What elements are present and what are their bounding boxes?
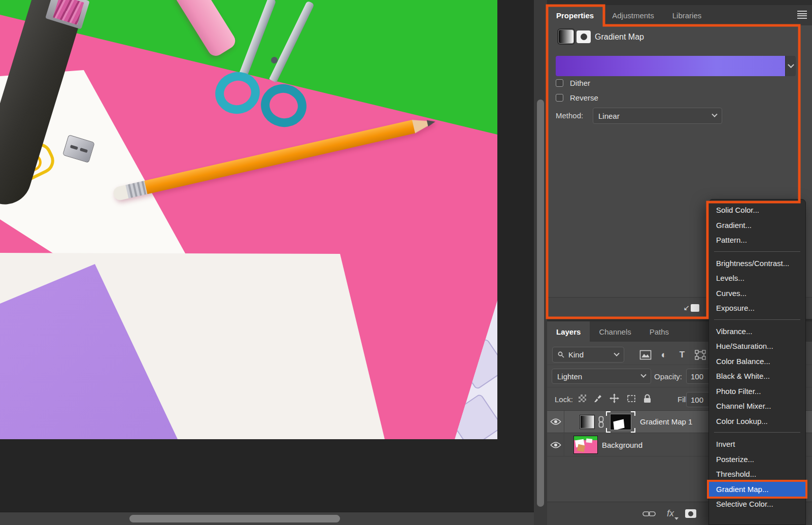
layer-mask-icon bbox=[577, 30, 591, 43]
menu-item-pattern[interactable]: Pattern... bbox=[709, 233, 805, 248]
menu-separator bbox=[714, 432, 800, 433]
lock-all-icon[interactable] bbox=[644, 394, 651, 403]
chevron-down-icon bbox=[712, 112, 717, 117]
lock-transparency-icon[interactable] bbox=[579, 395, 586, 402]
blend-mode-value: Lighten bbox=[557, 372, 582, 381]
menu-item-photo-filter[interactable]: Photo Filter... bbox=[709, 384, 805, 399]
method-label: Method: bbox=[556, 111, 583, 120]
reverse-checkbox[interactable] bbox=[556, 94, 563, 102]
tab-channels[interactable]: Channels bbox=[590, 321, 640, 342]
menu-item-color-lookup[interactable]: Color Lookup... bbox=[709, 414, 805, 429]
layer-name[interactable]: Gradient Map 1 bbox=[640, 417, 692, 426]
visibility-toggle[interactable] bbox=[547, 411, 564, 433]
dither-label: Dither bbox=[570, 79, 590, 87]
method-value: Linear bbox=[598, 112, 620, 120]
panel-menu-icon[interactable] bbox=[797, 11, 807, 19]
dither-checkbox[interactable] bbox=[556, 79, 563, 87]
tab-layers[interactable]: Layers bbox=[547, 321, 590, 342]
menu-item-hue-saturation[interactable]: Hue/Saturation... bbox=[709, 339, 805, 354]
tab-libraries[interactable]: Libraries bbox=[663, 5, 711, 25]
menu-separator bbox=[714, 319, 800, 320]
gradient-preview-bar[interactable] bbox=[556, 56, 785, 76]
staples bbox=[53, 0, 84, 25]
menu-item-vibrance[interactable]: Vibrance... bbox=[709, 324, 805, 339]
panel-dock-header bbox=[547, 0, 812, 5]
scissors-pivot bbox=[271, 57, 278, 63]
properties-tab-bar: Properties Adjustments Libraries bbox=[547, 5, 812, 25]
horizontal-scrollbar-thumb[interactable] bbox=[129, 515, 340, 522]
document-canvas[interactable] bbox=[0, 0, 497, 439]
chevron-down-icon bbox=[788, 61, 794, 68]
menu-separator bbox=[714, 251, 800, 252]
menu-item-gradient-map[interactable]: Gradient Map... bbox=[709, 482, 805, 497]
link-layers-icon[interactable] bbox=[642, 510, 656, 518]
photoshop-window: Properties Adjustments Libraries Gradien… bbox=[0, 0, 812, 525]
clip-to-layer-icon[interactable]: ↙ bbox=[683, 303, 699, 312]
scissors-blade bbox=[269, 1, 315, 83]
layer-effects-icon[interactable]: fx bbox=[667, 508, 674, 519]
adjustment-layer-menu: Solid Color...Gradient...Pattern...Brigh… bbox=[708, 199, 806, 525]
menu-item-gradient[interactable]: Gradient... bbox=[709, 218, 805, 233]
lock-label: Lock: bbox=[555, 395, 573, 404]
menu-item-black-white[interactable]: Black & White... bbox=[709, 369, 805, 384]
eye-icon bbox=[550, 441, 561, 449]
lock-artboard-icon[interactable] bbox=[626, 394, 636, 403]
menu-item-channel-mixer[interactable]: Channel Mixer... bbox=[709, 399, 805, 414]
add-mask-icon[interactable] bbox=[685, 509, 696, 518]
layer-name[interactable]: Background bbox=[602, 441, 642, 449]
vertical-scrollbar-thumb[interactable] bbox=[537, 100, 544, 507]
adjustment-layer-thumbnail[interactable] bbox=[580, 415, 594, 429]
menu-item-solid-color[interactable]: Solid Color... bbox=[709, 203, 805, 218]
filter-kind-value: Kind bbox=[568, 350, 584, 359]
pixel-layer-filter-icon[interactable] bbox=[639, 350, 652, 360]
menu-item-levels[interactable]: Levels... bbox=[709, 271, 805, 286]
menu-item-threshold[interactable]: Threshold... bbox=[709, 467, 805, 482]
search-icon bbox=[558, 351, 564, 358]
opacity-label: Opacity: bbox=[654, 372, 682, 381]
gradient-picker-dropdown[interactable] bbox=[785, 56, 796, 76]
reverse-label: Reverse bbox=[570, 93, 598, 102]
eye-icon bbox=[550, 418, 561, 425]
method-select[interactable]: Linear bbox=[593, 108, 722, 124]
chevron-down-icon bbox=[640, 372, 646, 378]
menu-item-posterize[interactable]: Posterize... bbox=[709, 452, 805, 467]
pink-eraser bbox=[173, 0, 239, 59]
menu-item-exposure[interactable]: Exposure... bbox=[709, 301, 805, 316]
blend-mode-select[interactable]: Lighten bbox=[552, 369, 651, 384]
menu-item-color-balance[interactable]: Color Balance... bbox=[709, 354, 805, 369]
gradient-fill-icon bbox=[558, 29, 574, 44]
filter-kind-select[interactable]: Kind bbox=[552, 347, 624, 363]
shape-layer-filter-icon[interactable] bbox=[694, 350, 706, 360]
menu-item-brightness-contrast[interactable]: Brightness/Contrast... bbox=[709, 256, 805, 271]
menu-item-selective-color[interactable]: Selective Color... bbox=[709, 497, 805, 512]
type-layer-filter-icon[interactable]: T bbox=[676, 350, 688, 360]
chevron-down-icon bbox=[614, 350, 619, 356]
layer-mask-thumbnail-selected[interactable] bbox=[606, 411, 635, 433]
tab-properties[interactable]: Properties bbox=[547, 5, 603, 25]
lock-move-icon[interactable] bbox=[610, 393, 619, 403]
scissors-blade bbox=[238, 0, 276, 80]
adjustment-title: Gradient Map bbox=[595, 32, 644, 42]
mask-link-icon[interactable] bbox=[598, 416, 604, 428]
visibility-toggle[interactable] bbox=[547, 434, 564, 456]
adjustment-layer-filter-icon[interactable]: ◐ bbox=[658, 349, 670, 360]
horizontal-scrollbar-track[interactable] bbox=[0, 512, 534, 525]
layer-thumbnail[interactable] bbox=[574, 436, 597, 453]
vertical-scrollbar-track[interactable] bbox=[534, 0, 547, 525]
menu-item-invert[interactable]: Invert bbox=[709, 437, 805, 452]
lock-paint-icon[interactable] bbox=[593, 394, 602, 403]
tab-paths[interactable]: Paths bbox=[640, 321, 678, 342]
menu-item-curves[interactable]: Curves... bbox=[709, 286, 805, 301]
tab-adjustments[interactable]: Adjustments bbox=[603, 5, 663, 25]
